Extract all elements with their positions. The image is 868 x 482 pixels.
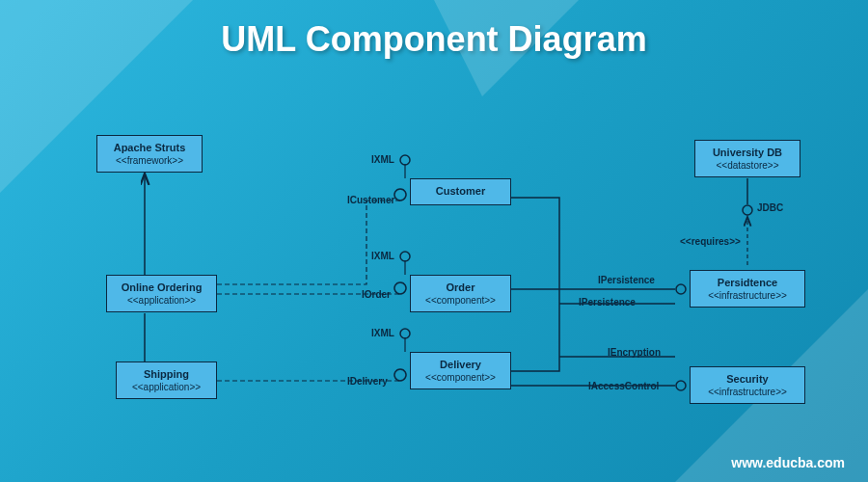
component-persistence: Persidtence <<infrastructure>> bbox=[690, 270, 805, 308]
svg-point-3 bbox=[400, 155, 410, 165]
component-stereo: <<datastore>> bbox=[703, 160, 792, 171]
component-stereo: <<infrastructure>> bbox=[698, 290, 797, 301]
label-iencryption: IEncryption bbox=[608, 347, 661, 358]
component-stereo: <<component>> bbox=[419, 372, 502, 383]
component-shipping: Shipping <<application>> bbox=[116, 362, 217, 399]
label-iaccesscontrol: IAccessControl bbox=[588, 381, 659, 391]
component-name: University DB bbox=[703, 147, 792, 158]
component-stereo: <<application>> bbox=[124, 382, 208, 392]
component-name: Delivery bbox=[419, 359, 502, 370]
svg-point-6 bbox=[676, 284, 686, 294]
footer-url: www.educba.com bbox=[731, 455, 845, 470]
component-stereo: <<component>> bbox=[419, 295, 502, 306]
component-security: Security <<infrastructure>> bbox=[690, 366, 805, 404]
uml-diagram: Apache Struts <<framework>> Online Order… bbox=[0, 87, 868, 453]
label-ipersistence-2: IPersistence bbox=[579, 297, 636, 308]
component-order: Order <<component>> bbox=[410, 275, 511, 312]
component-stereo: <<application>> bbox=[115, 295, 208, 306]
svg-point-4 bbox=[400, 252, 410, 261]
component-name: Customer bbox=[419, 185, 502, 197]
label-jdbc: JDBC bbox=[757, 202, 783, 213]
label-iorder: IOrder bbox=[362, 289, 391, 300]
label-ixml-order: IXML bbox=[371, 251, 394, 261]
component-apache-struts: Apache Struts <<framework>> bbox=[96, 135, 203, 173]
svg-point-8 bbox=[676, 381, 686, 390]
component-university-db: University DB <<datastore>> bbox=[694, 140, 800, 177]
component-name: Shipping bbox=[124, 368, 208, 380]
svg-point-7 bbox=[743, 205, 752, 215]
label-icustomer: ICustomer bbox=[347, 195, 394, 205]
component-name: Apache Struts bbox=[105, 142, 194, 153]
component-delivery: Delivery <<component>> bbox=[410, 352, 511, 389]
page-title: UML Component Diagram bbox=[0, 0, 868, 60]
component-online-ordering: Online Ordering <<application>> bbox=[106, 275, 217, 312]
label-idelivery: IDelivery bbox=[347, 376, 388, 387]
component-customer: Customer bbox=[410, 178, 511, 205]
component-name: Security bbox=[698, 373, 797, 385]
component-name: Order bbox=[419, 281, 502, 293]
component-stereo: <<framework>> bbox=[105, 155, 194, 166]
label-ixml-delivery: IXML bbox=[371, 328, 394, 338]
component-name: Persidtence bbox=[698, 277, 797, 288]
component-name: Online Ordering bbox=[115, 281, 208, 293]
label-requires: <<requires>> bbox=[680, 236, 741, 247]
component-stereo: <<infrastructure>> bbox=[698, 387, 797, 397]
label-ixml-customer: IXML bbox=[371, 154, 394, 165]
svg-point-5 bbox=[400, 329, 410, 338]
label-ipersistence-1: IPersistence bbox=[598, 275, 655, 285]
